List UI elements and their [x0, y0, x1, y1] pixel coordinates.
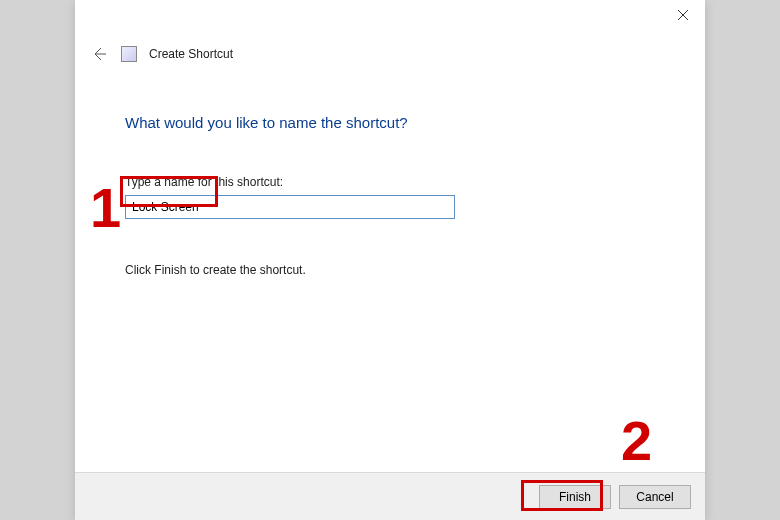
- name-field-label: Type a name for this shortcut:: [125, 175, 705, 189]
- instruction-text: Click Finish to create the shortcut.: [125, 263, 705, 277]
- wizard-title: Create Shortcut: [149, 47, 233, 61]
- finish-button[interactable]: Finish: [539, 485, 611, 509]
- shortcut-name-input[interactable]: [125, 195, 455, 219]
- close-button[interactable]: [663, 1, 703, 29]
- cancel-button[interactable]: Cancel: [619, 485, 691, 509]
- back-button[interactable]: [89, 44, 109, 64]
- create-shortcut-dialog: Create Shortcut What would you like to n…: [75, 0, 705, 520]
- wizard-header: Create Shortcut: [75, 30, 705, 64]
- button-bar: Finish Cancel: [75, 472, 705, 520]
- name-input-wrap: [125, 195, 455, 219]
- page-heading: What would you like to name the shortcut…: [125, 114, 705, 131]
- close-icon: [678, 10, 688, 20]
- shortcut-wizard-icon: [121, 46, 137, 62]
- arrow-left-icon: [91, 46, 107, 62]
- titlebar: [75, 0, 705, 30]
